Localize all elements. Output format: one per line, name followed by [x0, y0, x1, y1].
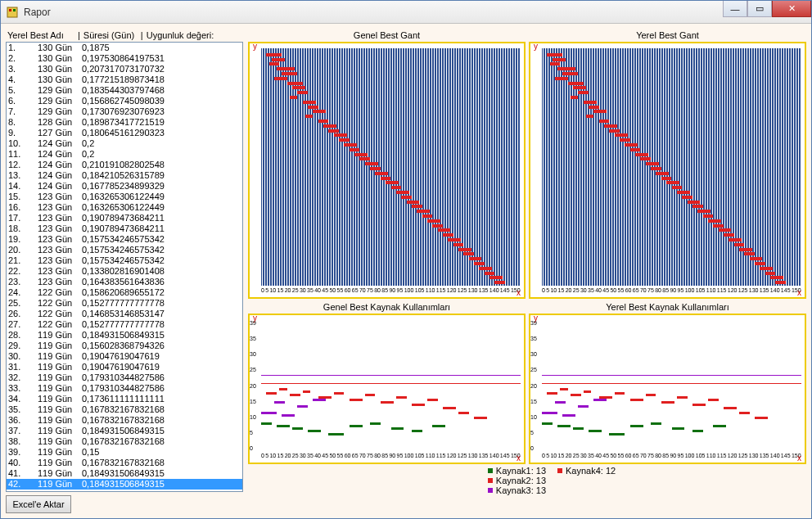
list-item[interactable]: 31.119 Gün0,19047619047619: [7, 362, 242, 372]
right-panel: Genel Best Gant y 0510152025303540455055…: [248, 29, 806, 513]
legend-k1: Kaynak1: 13: [488, 466, 546, 476]
list-item[interactable]: 21.123 Gün0,157534246575342: [7, 255, 242, 266]
list-item[interactable]: 40.119 Gün0,167832167832168: [7, 458, 242, 468]
x-ticks: 0510152025303540455055606570758085909510…: [542, 453, 801, 463]
left-panel: Yerel Best Adı | Süresi (Gün) | Uygunluk…: [6, 29, 243, 513]
x-ticks: 0510152025303540455055606570758085909510…: [261, 453, 521, 463]
list-item[interactable]: 35.119 Gün0,167832167832168: [7, 404, 242, 415]
maximize-button[interactable]: ▭: [747, 1, 772, 17]
window-title: Rapor: [24, 7, 723, 18]
list-item[interactable]: 28.119 Gün0,184931506849315: [7, 330, 242, 341]
genel-gantt-cell: Genel Best Gant y 0510152025303540455055…: [248, 29, 526, 299]
list-item[interactable]: 36.119 Gün0,167832167832168: [7, 415, 242, 426]
list-item[interactable]: 2.130 Gün0,197530864197531: [7, 53, 242, 64]
legend-k2-label: Kaynak2: 13: [496, 476, 546, 485]
gantt-bars: [261, 48, 521, 286]
header-sep2: |: [141, 30, 147, 40]
genel-resource-title: Genel Best Kaynak Kullanımları: [248, 300, 526, 314]
y-ticks: 0510152025303539: [250, 320, 261, 451]
list-item[interactable]: 17.123 Gün0,190789473684211: [7, 213, 242, 223]
yerel-gantt-title: Yerel Best Gant: [529, 29, 806, 42]
yerel-gantt-cell: Yerel Best Gant y 0510152025303540455055…: [529, 29, 806, 299]
list-item[interactable]: 24.122 Gün0,158620689655172: [7, 287, 242, 298]
list-item[interactable]: 12.124 Gün0,210191082802548: [7, 160, 242, 170]
x-axis-label: x: [797, 288, 801, 297]
svg-rect-2: [13, 9, 16, 11]
yerel-gantt-chart[interactable]: y 05101520253035404550556065707580859095…: [529, 42, 806, 299]
legend: Kaynak1: 13 Kaynak2: 13 Kaynak3: 13 Kayn…: [248, 464, 806, 495]
x-ticks: 0510152025303540455055606570758085909510…: [261, 287, 521, 297]
close-button[interactable]: ✕: [772, 1, 811, 17]
list-item[interactable]: 39.119 Gün0,15: [7, 447, 242, 458]
resource-row: Genel Best Kaynak Kullanımları y 0510152…: [248, 300, 806, 464]
list-item[interactable]: 10.124 Gün0,2: [7, 138, 242, 149]
list-item[interactable]: 19.123 Gün0,157534246575342: [7, 234, 242, 245]
yerel-resource-cell: Yerel Best Kaynak Kullanımları y 0510152…: [529, 300, 806, 464]
resource-bars: [261, 320, 521, 451]
list-item[interactable]: 42.119 Gün0,184931506849315: [7, 479, 242, 490]
legend-k3-label: Kaynak3: 13: [496, 485, 546, 495]
genel-gantt-chart[interactable]: y 05101520253035404550556065707580859095…: [248, 42, 526, 299]
yerel-resource-title: Yerel Best Kaynak Kullanımları: [529, 300, 806, 314]
list-item[interactable]: 18.123 Gün0,190789473684211: [7, 223, 242, 234]
list-item[interactable]: 33.119 Gün0,179310344827586: [7, 383, 242, 394]
list-item[interactable]: 29.119 Gün0,156028368794326: [7, 341, 242, 351]
list-item[interactable]: 37.119 Gün0,184931506849315: [7, 426, 242, 436]
list-item[interactable]: 23.123 Gün0,164383561643836: [7, 277, 242, 287]
list-item[interactable]: 30.119 Gün0,19047619047619: [7, 351, 242, 362]
list-item[interactable]: 22.123 Gün0,133802816901408: [7, 266, 242, 277]
genel-resource-cell: Genel Best Kaynak Kullanımları y 0510152…: [248, 300, 526, 464]
x-axis-label: x: [797, 454, 801, 463]
resource-bars: [542, 320, 801, 451]
list-item[interactable]: 7.129 Gün0,173076923076923: [7, 106, 242, 117]
legend-k3: Kaynak3: 13: [488, 485, 546, 495]
list-item[interactable]: 14.124 Gün0,167785234899329: [7, 181, 242, 192]
list-item[interactable]: 13.124 Gün0,184210526315789: [7, 170, 242, 181]
list-item[interactable]: 27.122 Gün0,152777777777778: [7, 319, 242, 330]
list-item[interactable]: 38.119 Gün0,167832167832168: [7, 436, 242, 447]
window-controls: — ▭ ✕: [723, 1, 811, 23]
x-ticks: 0510152025303540455055606570758085909510…: [542, 287, 801, 297]
list-item[interactable]: 26.122 Gün0,146853146853147: [7, 309, 242, 319]
list-item[interactable]: 34.119 Gün0,173611111111111: [7, 394, 242, 404]
list-item[interactable]: 8.128 Gün0,189873417721519: [7, 117, 242, 128]
list-item[interactable]: 4.130 Gün0,177215189873418: [7, 74, 242, 85]
app-window: Rapor — ▭ ✕ Yerel Best Adı | Süresi (Gün…: [0, 0, 812, 519]
gantt-row: Genel Best Gant y 0510152025303540455055…: [248, 29, 806, 299]
list-item[interactable]: 25.122 Gün0,152777777777778: [7, 298, 242, 309]
list-item[interactable]: 3.130 Gün0,207317073170732: [7, 64, 242, 74]
header-col3: Uygunluk değeri:: [147, 30, 241, 40]
list-item[interactable]: 5.129 Gün0,183544303797468: [7, 85, 242, 96]
minimize-button[interactable]: —: [723, 1, 747, 17]
y-axis-label: y: [534, 42, 538, 51]
list-item[interactable]: 32.119 Gün0,179310344827586: [7, 372, 242, 383]
svg-rect-1: [9, 9, 11, 11]
list-item[interactable]: 6.129 Gün0,156862745098039: [7, 96, 242, 106]
x-axis-label: x: [517, 288, 521, 297]
y-axis-label: y: [253, 42, 257, 51]
svg-rect-0: [7, 7, 17, 17]
list-item[interactable]: 16.123 Gün0,163265306122449: [7, 202, 242, 213]
list-item[interactable]: 1.130 Gün0,1875: [7, 43, 242, 53]
list-item[interactable]: 20.123 Gün0,157534246575342: [7, 245, 242, 255]
header-col2: Süresi (Gün): [83, 30, 141, 40]
genel-resource-chart[interactable]: y 0510152025303539 051015202530354045505…: [248, 314, 526, 464]
list-header: Yerel Best Adı | Süresi (Gün) | Uygunluk…: [6, 29, 243, 42]
client-area: Yerel Best Adı | Süresi (Gün) | Uygunluk…: [1, 24, 811, 518]
legend-k1-label: Kaynak1: 13: [496, 466, 546, 476]
app-icon: [6, 6, 19, 19]
genel-gantt-title: Genel Best Gant: [248, 29, 526, 42]
yerel-resource-chart[interactable]: y 0510152025303539 051015202530354045505…: [529, 314, 806, 464]
list-item[interactable]: 41.119 Gün0,184931506849315: [7, 468, 242, 479]
legend-k4: Kaynak4: 12: [557, 466, 616, 476]
list-item[interactable]: 15.123 Gün0,163265306122449: [7, 192, 242, 202]
results-listbox[interactable]: 1.130 Gün0,18752.130 Gün0,19753086419753…: [6, 42, 243, 492]
y-ticks: 0510152025303539: [530, 320, 542, 451]
export-excel-button[interactable]: Excel'e Aktar: [6, 495, 71, 513]
gantt-bars: [542, 48, 801, 286]
x-axis-label: x: [517, 454, 521, 463]
header-sep1: |: [78, 30, 83, 40]
list-item[interactable]: 9.127 Gün0,180645161290323: [7, 128, 242, 138]
legend-k4-label: Kaynak4: 12: [566, 466, 616, 476]
list-item[interactable]: 11.124 Gün0,2: [7, 149, 242, 160]
